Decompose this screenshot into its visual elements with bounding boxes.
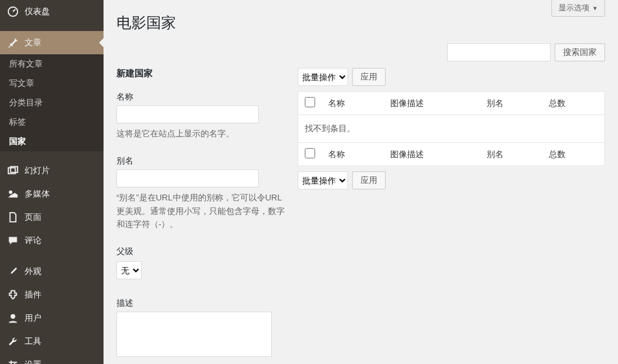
sidebar-item-pages[interactable]: 页面 (0, 206, 104, 229)
bulk-action-select-top[interactable]: 批量操作 (298, 68, 348, 86)
sidebar-item-posts[interactable]: 文章 (0, 31, 104, 54)
col-image[interactable]: 图像描述 (384, 92, 481, 115)
screen-options-button[interactable]: 显示选项▼ (551, 0, 605, 17)
name-input[interactable] (116, 105, 259, 123)
submenu-tags[interactable]: 标签 (0, 112, 104, 132)
bulk-apply-button-top[interactable]: 应用 (352, 68, 386, 86)
empty-row: 找不到条目。 (298, 115, 605, 143)
sidebar-item-label: 评论 (25, 235, 41, 246)
slug-input[interactable] (116, 169, 259, 187)
select-all-top[interactable] (305, 97, 315, 107)
name-help: 这将是它在站点上显示的名字。 (116, 127, 285, 141)
sidebar-item-label: 用户 (25, 312, 41, 324)
submenu-categories[interactable]: 分类目录 (0, 93, 104, 112)
sidebar-item-settings[interactable]: 设置 (0, 353, 104, 364)
sidebar-item-appearance[interactable]: 外观 (0, 260, 104, 283)
pin-icon (6, 36, 19, 49)
screen-options-label: 显示选项 (558, 3, 590, 12)
sidebar-item-slides[interactable]: 幻灯片 (0, 159, 104, 182)
sidebar-submenu-posts: 所有文章 写文章 分类目录 标签 国家 (0, 54, 104, 151)
select-all-bottom[interactable] (305, 148, 315, 158)
sidebar-item-tools[interactable]: 工具 (0, 330, 104, 353)
bulk-action-select-bottom[interactable]: 批量操作 (298, 171, 348, 189)
slug-label: 别名 (116, 155, 285, 167)
search-button[interactable]: 搜索国家 (555, 43, 605, 61)
page-title: 电影国家 (116, 0, 605, 33)
sidebar-item-media[interactable]: 多媒体 (0, 182, 104, 206)
terms-table-area: 批量操作 应用 名称 图像描述 别名 总数 (298, 68, 605, 195)
sidebar-item-label: 多媒体 (25, 188, 50, 200)
terms-table: 名称 图像描述 别名 总数 找不到条目。 名称 图像描述 (298, 91, 605, 166)
svg-point-3 (9, 191, 12, 194)
desc-label: 描述 (116, 297, 285, 309)
col-count[interactable]: 总数 (542, 92, 605, 115)
col-count-foot[interactable]: 总数 (542, 143, 605, 166)
submenu-new-post[interactable]: 写文章 (0, 74, 104, 93)
add-term-form: 新建国家 名称 这将是它在站点上显示的名字。 别名 “别名”是在URL中使用的别… (116, 68, 285, 363)
media-icon (6, 187, 19, 200)
parent-select[interactable]: 无 (116, 261, 142, 279)
sidebar-item-comments[interactable]: 评论 (0, 229, 104, 252)
col-name[interactable]: 名称 (322, 92, 384, 115)
slides-icon (6, 164, 19, 177)
sidebar-item-label: 幻灯片 (25, 165, 50, 177)
search-input[interactable] (447, 43, 551, 61)
parent-label: 父级 (116, 246, 285, 257)
sidebar-item-plugins[interactable]: 插件 (0, 283, 104, 306)
plugin-icon (6, 288, 19, 301)
sidebar-item-label: 仪表盘 (25, 6, 50, 17)
dashboard-icon (6, 5, 19, 18)
screen-options: 显示选项▼ (551, 0, 605, 17)
page-icon (6, 211, 19, 224)
bulk-apply-button-bottom[interactable]: 应用 (352, 171, 386, 189)
sidebar-item-label: 工具 (25, 336, 41, 347)
comment-icon (6, 234, 19, 247)
sidebar-item-label: 页面 (25, 211, 41, 223)
col-alias-foot[interactable]: 别名 (480, 143, 542, 166)
brush-icon (6, 265, 19, 278)
tool-icon (6, 335, 19, 348)
slug-help: “别名”是在URL中使用的别称，它可以令URL更美观。通常使用小写，只能包含字母… (116, 191, 285, 231)
chevron-down-icon: ▼ (592, 5, 598, 12)
sidebar-item-label: 设置 (25, 359, 41, 364)
settings-icon (6, 358, 19, 364)
name-label: 名称 (116, 91, 285, 103)
sidebar-item-label: 外观 (25, 266, 41, 277)
submenu-countries[interactable]: 国家 (0, 132, 104, 151)
col-alias[interactable]: 别名 (480, 92, 542, 115)
sidebar-item-users[interactable]: 用户 (0, 306, 104, 330)
submenu-all-posts[interactable]: 所有文章 (0, 54, 104, 74)
col-image-foot[interactable]: 图像描述 (384, 143, 481, 166)
sidebar-item-dashboard[interactable]: 仪表盘 (0, 0, 104, 23)
col-name-foot[interactable]: 名称 (322, 143, 384, 166)
main-content: 显示选项▼ 电影国家 搜索国家 新建国家 名称 这将是它在站点上显示的名字。 别… (104, 0, 618, 364)
svg-point-4 (10, 314, 15, 319)
search-row: 搜索国家 (116, 43, 605, 61)
svg-rect-8 (10, 361, 12, 364)
sidebar-item-label: 文章 (25, 37, 41, 48)
svg-rect-5 (9, 362, 17, 363)
form-title: 新建国家 (116, 68, 285, 80)
sidebar-item-label: 插件 (25, 289, 41, 301)
desc-textarea[interactable] (116, 312, 272, 357)
user-icon (6, 312, 19, 325)
admin-sidebar: 仪表盘 文章 所有文章 写文章 分类目录 标签 国家 幻灯片 多媒体 页面 (0, 0, 104, 364)
